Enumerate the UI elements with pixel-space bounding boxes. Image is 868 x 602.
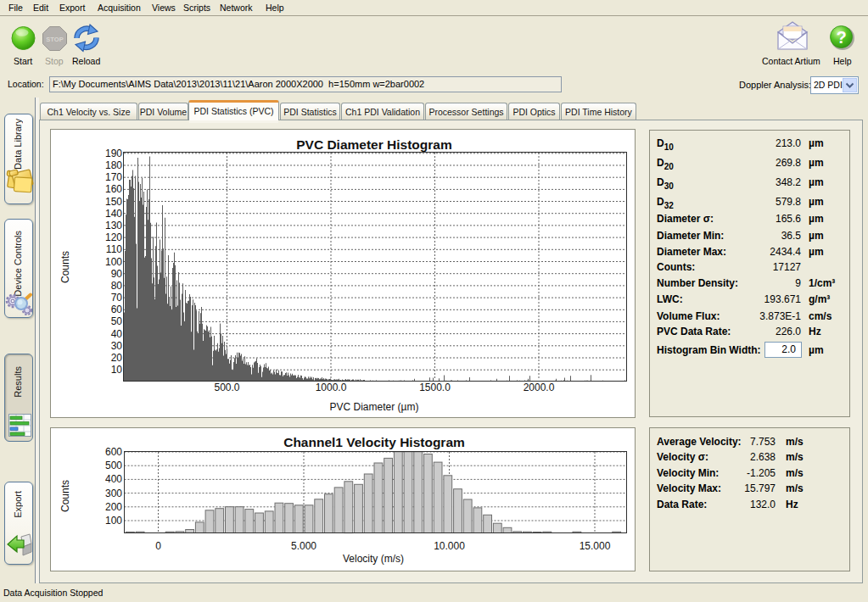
svg-text:PVC Diameter Histogram: PVC Diameter Histogram — [296, 137, 451, 152]
svg-text:30: 30 — [111, 340, 123, 352]
svg-text:170: 170 — [105, 171, 122, 183]
svg-text:140: 140 — [105, 208, 122, 220]
svg-text:1000.0: 1000.0 — [316, 382, 347, 393]
svg-text:Channel1 Velocity Histogram: Channel1 Velocity Histogram — [283, 435, 465, 449]
svg-text:130: 130 — [105, 220, 122, 231]
svg-text:60: 60 — [111, 304, 123, 315]
svg-text:500: 500 — [105, 460, 122, 471]
svg-text:Counts: Counts — [59, 251, 71, 283]
svg-text:STOP: STOP — [46, 36, 63, 43]
svg-text:400: 400 — [105, 473, 122, 485]
svg-text:300: 300 — [105, 488, 122, 499]
svg-text:10: 10 — [111, 364, 123, 376]
svg-text:20: 20 — [111, 352, 123, 364]
svg-text:160: 160 — [105, 183, 122, 195]
svg-text:100: 100 — [105, 256, 122, 268]
svg-text:Velocity (m/s): Velocity (m/s) — [343, 553, 404, 565]
svg-text:15.000: 15.000 — [580, 540, 611, 552]
svg-text:?: ? — [836, 28, 846, 47]
svg-text:110: 110 — [106, 243, 122, 255]
svg-text:PVC Diameter (µm): PVC Diameter (µm) — [330, 401, 419, 413]
svg-text:100: 100 — [105, 515, 122, 527]
svg-text:200: 200 — [105, 501, 122, 513]
svg-text:500.0: 500.0 — [214, 382, 239, 393]
svg-text:Counts: Counts — [59, 480, 71, 512]
svg-text:150: 150 — [105, 196, 122, 208]
svg-text:90: 90 — [111, 268, 123, 280]
svg-text:10.000: 10.000 — [434, 540, 465, 552]
svg-text:600: 600 — [105, 446, 122, 458]
svg-text:40: 40 — [111, 328, 123, 340]
svg-text:50: 50 — [111, 315, 123, 327]
svg-text:80: 80 — [111, 280, 123, 292]
svg-text:0: 0 — [155, 540, 161, 552]
svg-text:120: 120 — [105, 231, 122, 243]
svg-text:180: 180 — [105, 159, 122, 171]
svg-text:190: 190 — [105, 148, 122, 159]
svg-text:70: 70 — [111, 292, 123, 304]
svg-text:5.000: 5.000 — [291, 540, 316, 552]
svg-text:1500.0: 1500.0 — [419, 382, 451, 393]
svg-text:2000.0: 2000.0 — [524, 382, 555, 393]
